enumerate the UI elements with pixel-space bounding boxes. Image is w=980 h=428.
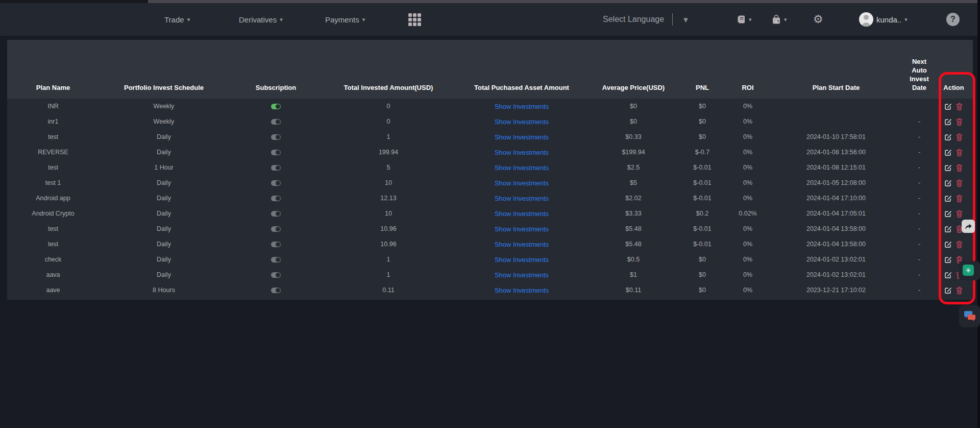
roi-cell: 0% bbox=[727, 267, 768, 282]
schedule-cell: Weekly bbox=[99, 114, 229, 129]
plan-name-cell: INR bbox=[7, 99, 99, 114]
edit-button[interactable] bbox=[945, 103, 952, 110]
avatar bbox=[859, 12, 873, 27]
show-investments-link[interactable]: Show Investments bbox=[495, 133, 549, 141]
nav-payments-label: Payments bbox=[325, 15, 359, 24]
apps-grid-button[interactable] bbox=[408, 3, 421, 36]
edit-button[interactable] bbox=[945, 271, 952, 278]
schedule-cell: Daily bbox=[99, 236, 229, 252]
schedule-cell: Daily bbox=[99, 145, 229, 160]
show-investments-link[interactable]: Show Investments bbox=[495, 164, 549, 172]
subscription-cell bbox=[229, 129, 323, 145]
subscription-toggle[interactable] bbox=[271, 180, 281, 186]
subscription-toggle[interactable] bbox=[271, 272, 281, 278]
delete-button[interactable] bbox=[956, 103, 963, 110]
nav-trade-label: Trade bbox=[164, 15, 184, 24]
delete-button[interactable] bbox=[956, 118, 963, 126]
action-cell bbox=[935, 114, 973, 129]
next-auto-invest-date-cell: - bbox=[904, 129, 935, 145]
plan-start-date-cell: 2024-01-10 17:58:01 bbox=[768, 129, 904, 145]
plan-start-date-cell: 2023-12-21 17:10:02 bbox=[768, 282, 904, 298]
schedule-cell: Daily bbox=[99, 252, 229, 267]
nav-trade[interactable]: Trade ▾ bbox=[164, 3, 190, 36]
roi-cell: 0% bbox=[727, 129, 768, 145]
subscription-toggle[interactable] bbox=[271, 257, 281, 263]
delete-button[interactable] bbox=[956, 210, 963, 218]
subscription-toggle[interactable] bbox=[271, 119, 281, 125]
edit-button[interactable] bbox=[945, 164, 952, 171]
nav-payments[interactable]: Payments ▾ bbox=[325, 3, 365, 36]
total-purchased-cell: Show Investments bbox=[454, 236, 590, 252]
chevron-down-icon: ▾ bbox=[784, 16, 787, 23]
total-purchased-cell: Show Investments bbox=[454, 252, 590, 267]
share-overlay-button[interactable] bbox=[962, 220, 975, 233]
subscription-toggle[interactable] bbox=[271, 226, 281, 232]
chatgpt-overlay-button[interactable]: ✳ bbox=[959, 261, 980, 280]
edit-button[interactable] bbox=[945, 118, 952, 125]
edit-button[interactable] bbox=[945, 179, 952, 186]
edit-button[interactable] bbox=[945, 149, 952, 156]
table-row: aave 8 Hours 0.11 Show Investments $0.11… bbox=[7, 282, 973, 298]
subscription-toggle[interactable] bbox=[271, 288, 281, 293]
total-purchased-cell: Show Investments bbox=[454, 191, 590, 206]
total-purchased-cell: Show Investments bbox=[454, 282, 590, 298]
total-invested-cell: 5 bbox=[323, 160, 454, 175]
delete-button[interactable] bbox=[956, 195, 963, 202]
col-header-average-price: Average Price(USD) bbox=[590, 40, 677, 99]
schedule-cell: 8 Hours bbox=[99, 282, 229, 298]
action-cell bbox=[935, 129, 973, 145]
help-button[interactable]: ? bbox=[946, 3, 960, 36]
col-header-roi: ROI bbox=[727, 40, 768, 99]
delete-button[interactable] bbox=[956, 241, 963, 248]
pnl-cell: $0 bbox=[677, 267, 727, 282]
plan-name-cell: aava bbox=[7, 267, 99, 282]
show-investments-link[interactable]: Show Investments bbox=[495, 195, 549, 202]
subscription-toggle[interactable] bbox=[271, 242, 281, 247]
delete-button[interactable] bbox=[956, 164, 963, 172]
pnl-cell: $0 bbox=[677, 282, 727, 298]
user-menu[interactable]: kunda.. ▾ bbox=[859, 3, 908, 36]
edit-button[interactable] bbox=[945, 195, 952, 202]
delete-button[interactable] bbox=[956, 287, 963, 294]
show-investments-link[interactable]: Show Investments bbox=[495, 210, 549, 218]
table-body: INR Weekly 0 Show Investments $0 $0 0% bbox=[7, 99, 973, 298]
show-investments-link[interactable]: Show Investments bbox=[495, 241, 549, 248]
chat-bubbles-overlay-button[interactable] bbox=[959, 305, 980, 327]
gear-icon: ⚙ bbox=[813, 13, 823, 26]
show-investments-link[interactable]: Show Investments bbox=[495, 103, 549, 110]
show-investments-link[interactable]: Show Investments bbox=[495, 118, 549, 126]
show-investments-link[interactable]: Show Investments bbox=[495, 149, 549, 156]
subscription-toggle[interactable] bbox=[271, 134, 281, 140]
show-investments-link[interactable]: Show Investments bbox=[495, 271, 549, 279]
edit-button[interactable] bbox=[945, 133, 952, 140]
edit-button[interactable] bbox=[945, 256, 952, 263]
show-investments-link[interactable]: Show Investments bbox=[495, 256, 549, 264]
action-cell bbox=[935, 282, 973, 298]
edit-button[interactable] bbox=[945, 210, 952, 217]
show-investments-link[interactable]: Show Investments bbox=[495, 287, 549, 294]
next-auto-invest-date-cell: - bbox=[904, 252, 935, 267]
action-cell bbox=[935, 206, 973, 221]
delete-button[interactable] bbox=[956, 149, 963, 156]
chat-bubbles-icon bbox=[963, 309, 977, 323]
total-purchased-cell: Show Investments bbox=[454, 145, 590, 160]
nav-derivatives[interactable]: Derivatives ▾ bbox=[239, 3, 283, 36]
subscription-toggle[interactable] bbox=[271, 104, 281, 109]
subscription-toggle[interactable] bbox=[271, 196, 281, 201]
show-investments-link[interactable]: Show Investments bbox=[495, 179, 549, 187]
delete-button[interactable] bbox=[956, 179, 963, 187]
subscription-toggle[interactable] bbox=[271, 211, 281, 217]
edit-button[interactable] bbox=[945, 287, 952, 294]
settings-button[interactable]: ⚙ bbox=[813, 3, 823, 36]
language-selector[interactable]: Select Language ▼ bbox=[603, 3, 690, 36]
delete-button[interactable] bbox=[956, 133, 963, 141]
orders-menu-button[interactable]: ▾ bbox=[737, 3, 752, 36]
edit-button[interactable] bbox=[945, 241, 952, 248]
wallet-icon: 0 bbox=[772, 15, 781, 25]
plan-start-date-cell: 2024-01-02 13:02:01 bbox=[768, 267, 904, 282]
wallet-menu-button[interactable]: 0 ▾ bbox=[772, 3, 787, 36]
edit-button[interactable] bbox=[945, 225, 952, 232]
show-investments-link[interactable]: Show Investments bbox=[495, 225, 549, 233]
subscription-toggle[interactable] bbox=[271, 165, 281, 171]
subscription-toggle[interactable] bbox=[271, 150, 281, 155]
